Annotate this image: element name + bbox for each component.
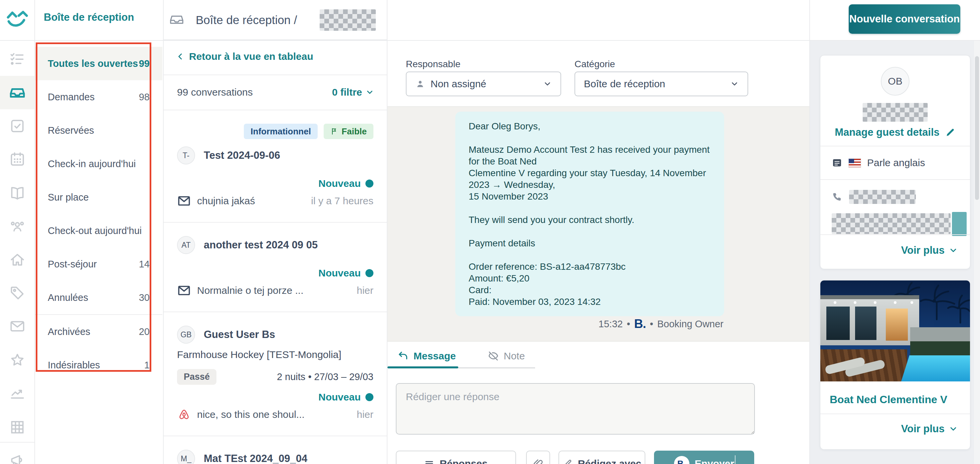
sidebar-item-toutes-les-ouvertes[interactable]: Toutes les ouvertes 99 <box>35 47 162 80</box>
manage-guest-details-link[interactable]: Manage guest details <box>820 126 970 139</box>
property-see-more-link[interactable]: Voir plus <box>901 423 958 435</box>
tab-note[interactable]: Note <box>488 350 525 362</box>
conversation-list: Informationnel Faible T- Test 2024-09-06… <box>164 110 387 464</box>
filter-count: 1 <box>144 360 150 371</box>
conversation-item[interactable]: M_ Mat TEst 2024_09_04 <box>164 436 387 464</box>
sidebar-item-sur-place[interactable]: Sur place <box>35 180 162 214</box>
active-tab-underline <box>387 367 458 368</box>
new-conversation-button[interactable]: Nouvelle conversation <box>849 4 960 34</box>
property-photo <box>820 281 970 381</box>
stats-icon[interactable] <box>9 385 26 402</box>
sidebar-item-annulees[interactable]: Annulées 30 <box>35 281 162 314</box>
filter-count: 98 <box>139 92 150 103</box>
photo-pool <box>901 356 970 381</box>
meta-separator: • <box>627 319 630 330</box>
guest-card: OB Manage guest details Parle anglais <box>820 55 970 269</box>
photo-wall <box>910 327 970 343</box>
responses-button[interactable]: Réponses <box>396 451 516 464</box>
redacted-contact <box>832 213 951 234</box>
filter-dropdown[interactable]: 0 filtre <box>332 86 374 98</box>
sidebar-title: Boîte de réception <box>44 11 134 23</box>
redacted-guest-name <box>863 103 928 122</box>
filter-label: Archivées <box>48 326 90 337</box>
sidebar-item-reservees[interactable]: Réservées <box>35 114 162 147</box>
back-to-table-link[interactable]: Retour à la vue en tableau <box>177 51 313 62</box>
page-scrollbar[interactable] <box>974 40 980 464</box>
sidebar-item-check-out-aujourdhui[interactable]: Check-out aujourd'hui <box>35 214 162 247</box>
property-name-link[interactable]: Boat Ned Clementine V <box>830 394 947 406</box>
guest-see-more-link[interactable]: Voir plus <box>901 244 958 257</box>
back-link-label: Retour à la vue en tableau <box>189 51 313 62</box>
thread-panel: Responsable Non assigné Catégorie Boîte … <box>387 0 810 464</box>
reply-input[interactable] <box>396 383 755 435</box>
grid-icon[interactable] <box>9 419 26 435</box>
conversation-title: Mat TEst 2024_09_04 <box>204 453 307 464</box>
breadcrumb: Boîte de réception / <box>164 0 387 40</box>
conversation-title: another test 2024 09 05 <box>204 239 318 251</box>
tab-message[interactable]: Message <box>398 350 456 362</box>
megaphone-icon[interactable] <box>9 452 26 464</box>
conversation-count-row: 99 conversations 0 filtre <box>164 75 387 110</box>
tag-icon[interactable] <box>9 285 26 301</box>
back-row: Retour à la vue en tableau <box>164 40 387 75</box>
sidebar-item-post-sejour[interactable]: Post-séjour 14 <box>35 247 162 281</box>
write-with-label: Rédigez avec <box>578 458 641 464</box>
conversation-item[interactable]: GB Guest User Bs Farmhouse Hockey [TEST-… <box>164 312 387 436</box>
booking-logo: B. <box>634 317 646 331</box>
sidebar-item-indesirables[interactable]: Indésirables 1 <box>35 348 162 382</box>
sidebar-item-check-in-aujourdhui[interactable]: Check-in aujourd'hui <box>35 147 162 180</box>
send-button[interactable]: B. Envoyer <box>654 451 754 464</box>
thread-controls: Responsable Non assigné Catégorie Boîte … <box>387 40 809 106</box>
property-card: Boat Ned Clementine V Voir plus <box>820 280 970 450</box>
write-with-ai-button[interactable]: Rédigez avec <box>558 451 645 464</box>
breadcrumb-section[interactable]: Boîte de réception <box>196 13 291 26</box>
attachment-button[interactable] <box>526 451 550 464</box>
filter-label: Check-in aujourd'hui <box>48 158 135 169</box>
guest-avatar: OB <box>881 67 910 96</box>
inbox-icon[interactable] <box>9 85 26 101</box>
property-see-more-row: Voir plus <box>820 413 970 450</box>
scrollbar-thumb[interactable] <box>975 56 979 200</box>
star-icon[interactable] <box>9 352 26 368</box>
header-divider <box>0 40 980 41</box>
book-icon[interactable] <box>9 185 26 202</box>
guest-see-more-row: Voir plus <box>820 234 970 269</box>
avatar: GB <box>177 325 195 344</box>
category-select[interactable]: Boîte de réception <box>574 72 748 96</box>
assignee-value: Non assigné <box>431 78 486 89</box>
person-icon <box>415 79 425 89</box>
tab-note-label: Note <box>504 350 525 362</box>
email-channel-icon <box>177 284 191 298</box>
sidebar-item-demandes[interactable]: Demandes 98 <box>35 80 162 114</box>
see-more-label: Voir plus <box>901 244 945 257</box>
guest-language: Parle anglais <box>867 157 925 169</box>
assignee-select[interactable]: Non assigné <box>406 72 561 96</box>
smoobu-logo-icon[interactable] <box>5 5 30 31</box>
mail-icon[interactable] <box>9 318 26 335</box>
tasks-icon[interactable] <box>9 51 26 67</box>
avatar: AT <box>177 236 195 254</box>
home-icon[interactable] <box>9 252 26 268</box>
meta-separator: • <box>650 319 653 330</box>
filter-label: Réservées <box>48 125 94 136</box>
conversation-item[interactable]: Informationnel Faible T- Test 2024-09-06… <box>164 110 387 223</box>
snippet: chujnia jakaś <box>197 195 255 207</box>
checkbox-icon[interactable] <box>9 118 26 134</box>
conversation-column: Boîte de réception / Retour à la vue en … <box>164 0 387 464</box>
guests-icon[interactable] <box>9 218 26 235</box>
calendar-icon[interactable] <box>9 151 26 167</box>
phone-icon <box>832 191 843 203</box>
property-name: Farmhouse Hockey [TEST-Mongolia] <box>177 349 374 360</box>
inbox-breadcrumb-icon <box>169 12 185 27</box>
timestamp: il y a 7 heures <box>311 195 374 207</box>
filter-count: 99 <box>139 58 150 69</box>
chevron-down-icon <box>543 80 552 88</box>
inbox-sidebar: Boîte de réception Toutes les ouvertes 9… <box>35 0 164 464</box>
guest-language-row: Parle anglais <box>820 146 970 179</box>
redacted-phone <box>849 190 916 204</box>
sidebar-item-archivees[interactable]: Archivées 20 <box>35 315 162 348</box>
conversation-item[interactable]: AT another test 2024 09 05 Nouveau Norma… <box>164 223 387 312</box>
message-bubble: Dear Oleg Borys, Mateusz Demo Account Te… <box>455 112 724 316</box>
filter-label: Sur place <box>48 192 89 203</box>
photo-window <box>855 306 877 340</box>
